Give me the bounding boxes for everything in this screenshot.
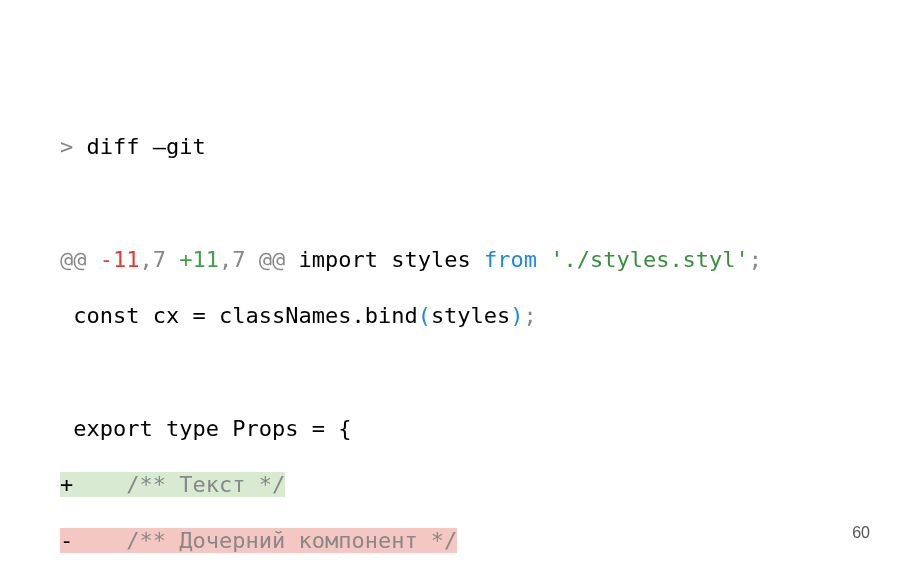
prompt-marker: > bbox=[60, 134, 87, 159]
from-keyword: from bbox=[484, 247, 537, 272]
const-decl: const cx = classNames.bind bbox=[73, 303, 417, 328]
diff-code-block: > diff –git @@ -11,7 +11,7 @@ import sty… bbox=[60, 105, 900, 563]
hunk-seven2: 7 bbox=[232, 247, 245, 272]
code-line-empty bbox=[60, 189, 900, 217]
import-text: import styles bbox=[285, 247, 484, 272]
hunk-comma2: , bbox=[219, 247, 232, 272]
paren-close: ) bbox=[510, 303, 523, 328]
diff-minus-marker: - bbox=[60, 528, 73, 553]
string-literal: './styles.styl' bbox=[550, 247, 749, 272]
comment-added: /** Текст */ bbox=[73, 472, 285, 497]
code-line-const: const cx = classNames.bind(styles); bbox=[60, 302, 900, 330]
export-type: export type Props = { bbox=[60, 416, 351, 441]
diff-command: diff –git bbox=[87, 134, 206, 159]
hunk-plus: +11 bbox=[179, 247, 219, 272]
code-line-command: > diff –git bbox=[60, 133, 900, 161]
page-number: 60 bbox=[852, 523, 870, 543]
semicolon: ; bbox=[749, 247, 762, 272]
hunk-comma1: , bbox=[140, 247, 153, 272]
hunk-minus: -11 bbox=[100, 247, 140, 272]
code-line-removed: - /** Дочерний компонент */ bbox=[60, 527, 900, 555]
styles-arg: styles bbox=[431, 303, 510, 328]
paren-open: ( bbox=[418, 303, 431, 328]
code-line-hunk: @@ -11,7 +11,7 @@ import styles from './… bbox=[60, 246, 900, 274]
hunk-seven1: 7 bbox=[153, 247, 166, 272]
diff-plus-marker: + bbox=[60, 472, 73, 497]
code-line-added: + /** Текст */ bbox=[60, 471, 900, 499]
hunk-close: @@ bbox=[246, 247, 286, 272]
semicolon: ; bbox=[524, 303, 537, 328]
code-line-export: export type Props = { bbox=[60, 415, 900, 443]
hunk-open: @@ bbox=[60, 247, 100, 272]
comment-removed: /** Дочерний компонент */ bbox=[73, 528, 457, 553]
code-line-empty bbox=[60, 358, 900, 386]
